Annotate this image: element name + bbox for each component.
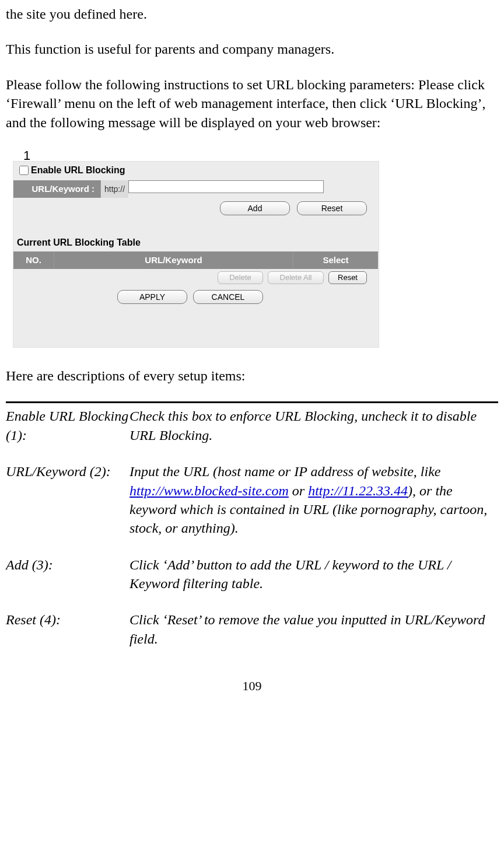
reset-button-small[interactable]: Reset [328, 271, 367, 284]
desc-term-enable: Enable URL Blocking (1): [6, 407, 130, 445]
enable-url-blocking-label: Enable URL Blocking [31, 164, 125, 177]
apply-button[interactable]: APPLY [117, 290, 187, 304]
cancel-button[interactable]: CANCEL [193, 290, 263, 304]
url-keyword-row-label: URL/Keyword : [13, 180, 101, 198]
url-prefix-label: http:// [101, 180, 128, 198]
table-header-no: NO. [13, 251, 54, 269]
desc-term-reset: Reset (4): [6, 610, 130, 648]
reset-button-top[interactable]: Reset [297, 201, 367, 215]
desc-def-url-keyword-a: Input the URL (host name or IP address o… [130, 464, 441, 479]
desc-def-url-keyword: Input the URL (host name or IP address o… [130, 462, 498, 538]
desc-term-url-keyword: URL/Keyword (2): [6, 462, 130, 538]
desc-term-add: Add (3): [6, 555, 130, 593]
desc-def-add: Click ‘Add’ button to add the URL / keyw… [130, 555, 498, 593]
add-button[interactable]: Add [220, 201, 290, 215]
example-link-blocked-site[interactable]: http://www.blocked-site.com [130, 483, 289, 498]
delete-all-button[interactable]: Delete All [268, 271, 324, 284]
desc-def-reset: Click ‘Reset’ to remove the value you in… [130, 610, 498, 648]
table-header-select: Select [293, 251, 378, 269]
desc-divider [6, 401, 498, 403]
url-blocking-screenshot: 1 2 3 4 5 6 7 8 9 Enable URL Blocking UR… [6, 148, 385, 348]
desc-def-url-keyword-b: or [289, 483, 308, 498]
page-number: 109 [6, 677, 498, 695]
table-header-keyword: URL/Keyword [54, 251, 293, 269]
delete-button[interactable]: Delete [218, 271, 263, 284]
desc-def-enable: Check this box to enforce URL Blocking, … [130, 407, 498, 445]
url-keyword-input[interactable] [128, 180, 324, 193]
intro-para-1: This function is useful for parents and … [6, 40, 498, 58]
enable-url-blocking-checkbox[interactable] [19, 166, 29, 175]
intro-para-2: Please follow the following instructions… [6, 75, 498, 132]
blocking-table-header: NO. URL/Keyword Select [13, 251, 379, 269]
intro-fragment: the site you defined here. [6, 5, 498, 23]
example-link-ip[interactable]: http://11.22.33.44 [308, 483, 408, 498]
blocking-table-title: Current URL Blocking Table [13, 234, 379, 251]
desc-intro: Here are descriptions of every setup ite… [6, 366, 498, 385]
